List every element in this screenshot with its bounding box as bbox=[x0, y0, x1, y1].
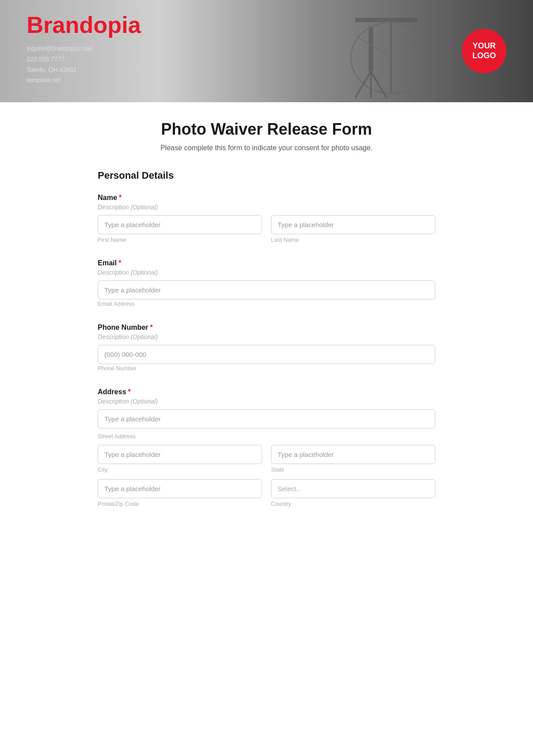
camera-decoration bbox=[320, 0, 453, 102]
email-hint: Email Address bbox=[98, 300, 135, 307]
name-label: Name * bbox=[98, 194, 435, 202]
page-header: Brandopia inquire@brandopia.mail 222 555… bbox=[0, 0, 533, 102]
address-field-group: Address * Description (Optional) Street … bbox=[98, 388, 435, 507]
email-label: Email * bbox=[98, 259, 435, 267]
svg-rect-1 bbox=[355, 18, 418, 22]
svg-line-8 bbox=[371, 71, 386, 98]
city-state-row: City State bbox=[98, 445, 435, 473]
state-hint: State bbox=[271, 466, 435, 473]
phone-field-group: Phone Number * Description (Optional) Ph… bbox=[98, 324, 435, 372]
phone-input[interactable] bbox=[98, 345, 435, 364]
first-name-input[interactable] bbox=[98, 215, 262, 234]
street-input[interactable] bbox=[98, 409, 435, 428]
street-hint: Street Address bbox=[98, 433, 435, 440]
svg-line-6 bbox=[355, 71, 371, 98]
name-required: * bbox=[119, 194, 122, 202]
header-contact: Brandopia inquire@brandopia.mail 222 555… bbox=[27, 13, 141, 86]
svg-rect-0 bbox=[369, 27, 373, 71]
phone-hint: Phone Number bbox=[98, 365, 136, 372]
svg-line-5 bbox=[391, 36, 426, 58]
address-description: Description (Optional) bbox=[98, 398, 435, 405]
first-name-col: First Name bbox=[98, 215, 262, 243]
email-field-group: Email * Description (Optional) Email Add… bbox=[98, 259, 435, 308]
postal-col: Postal/Zip Code bbox=[98, 479, 262, 507]
postal-input[interactable] bbox=[98, 479, 262, 498]
last-name-hint: Last Name bbox=[271, 236, 435, 243]
name-description: Description (Optional) bbox=[98, 204, 435, 211]
postal-hint: Postal/Zip Code bbox=[98, 500, 262, 507]
name-row: First Name Last Name bbox=[98, 215, 435, 243]
address-label: Address * bbox=[98, 388, 435, 396]
contact-phone: 222 555 7777 bbox=[27, 56, 65, 63]
form-title: Photo Waiver Release Form bbox=[98, 120, 435, 139]
phone-required: * bbox=[150, 324, 153, 332]
first-name-hint: First Name bbox=[98, 236, 262, 243]
city-hint: City bbox=[98, 466, 262, 473]
country-col: Select... United States Canada United Ki… bbox=[271, 479, 435, 507]
last-name-input[interactable] bbox=[271, 215, 435, 234]
country-hint: Country bbox=[271, 500, 435, 507]
form-content: Photo Waiver Release Form Please complet… bbox=[71, 102, 462, 550]
state-col: State bbox=[271, 445, 435, 473]
contact-website: template.net bbox=[27, 76, 61, 84]
section-title: Personal Details bbox=[98, 170, 435, 181]
contact-info: inquire@brandopia.mail 222 555 7777 Tole… bbox=[27, 44, 141, 86]
state-input[interactable] bbox=[271, 445, 435, 464]
email-input[interactable] bbox=[98, 280, 435, 300]
last-name-col: Last Name bbox=[271, 215, 435, 243]
city-input[interactable] bbox=[98, 445, 262, 464]
postal-country-row: Postal/Zip Code Select... United States … bbox=[98, 479, 435, 507]
logo-text: YOURLOGO bbox=[473, 41, 496, 60]
email-required: * bbox=[119, 259, 121, 267]
brand-name: Brandopia bbox=[27, 13, 141, 36]
contact-email: inquire@brandopia.mail bbox=[27, 45, 92, 52]
country-select[interactable]: Select... United States Canada United Ki… bbox=[271, 479, 435, 498]
contact-address: Toledo, OH 43601 bbox=[27, 66, 77, 73]
name-field-group: Name * Description (Optional) First Name… bbox=[98, 194, 435, 243]
address-required: * bbox=[128, 388, 131, 396]
logo-placeholder: YOURLOGO bbox=[462, 29, 506, 73]
phone-label: Phone Number * bbox=[98, 324, 435, 332]
city-col: City bbox=[98, 445, 262, 473]
form-subtitle: Please complete this form to indicate yo… bbox=[98, 144, 435, 152]
phone-description: Description (Optional) bbox=[98, 333, 435, 340]
email-description: Description (Optional) bbox=[98, 269, 435, 276]
